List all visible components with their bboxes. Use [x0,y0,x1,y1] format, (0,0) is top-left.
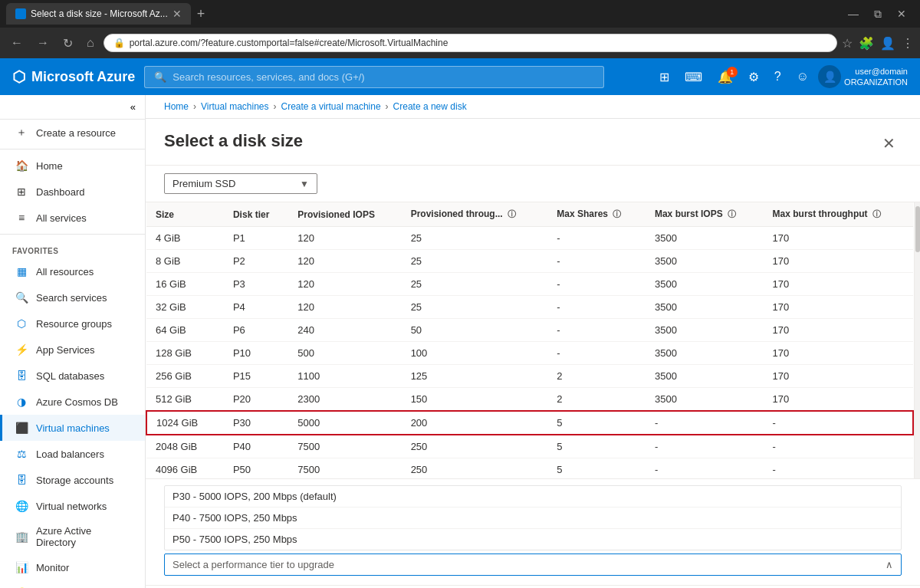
cell-tier: P10 [224,342,288,365]
breadcrumb-create-disk[interactable]: Create a new disk [393,101,467,112]
cell-burst-throughput: 170 [764,388,913,412]
sidebar-item-resource-groups[interactable]: ⬡ Resource groups [0,310,145,337]
bookmark-button[interactable]: ☆ [842,36,853,51]
sidebar-item-cosmos-db[interactable]: ◑ Azure Cosmos DB [0,389,145,415]
maximize-button[interactable]: ⧉ [866,5,889,24]
browser-tab[interactable]: Select a disk size - Microsoft Az... ✕ [6,3,191,25]
breadcrumb-virtual-machines[interactable]: Virtual machines [201,101,269,112]
table-row[interactable]: 64 GiB P6 240 50 - 3500 170 [146,319,913,342]
search-bar[interactable]: 🔍 [144,66,604,88]
sidebar-item-load-balancers[interactable]: ⚖ Load balancers [0,441,145,467]
sidebar-item-all-resources[interactable]: ▦ All resources [0,258,145,284]
table-row[interactable]: 1024 GiB P30 5000 200 5 - - [146,411,913,435]
sidebar-item-create-resource[interactable]: ＋ Create a resource [0,120,145,146]
breadcrumb-create-vm[interactable]: Create a virtual machine [281,101,381,112]
breadcrumb-home[interactable]: Home [164,101,189,112]
close-window-button[interactable]: ✕ [889,5,914,24]
sidebar-item-search-services[interactable]: 🔍 Search services [0,284,145,310]
sidebar-item-virtual-machines[interactable]: ⬛ Virtual machines [0,415,145,441]
address-bar[interactable]: 🔒 portal.azure.com/?feature.customportal… [104,34,837,52]
disk-type-dropdown[interactable]: Premium SSD ▼ [164,173,317,194]
sidebar-app-services-label: App Services [36,344,95,356]
notification-badge: 1 [727,67,738,77]
user-avatar[interactable]: 👤 [818,65,841,88]
sidebar-item-app-services[interactable]: ⚡ App Services [0,337,145,363]
col-shares-info-icon: ⓘ [613,209,621,218]
cell-burst-iops: 3500 [646,273,764,296]
minimize-button[interactable]: — [840,5,866,24]
cell-burst-throughput: 170 [764,296,913,319]
table-row[interactable]: 16 GiB P3 120 25 - 3500 170 [146,273,913,296]
sidebar-item-all-services[interactable]: ≡ All services [0,205,145,231]
filter-row: Premium SSD ▼ [146,166,920,202]
sidebar-item-monitor[interactable]: 📊 Monitor [0,554,145,580]
browser-controls: ← → ↻ ⌂ 🔒 portal.azure.com/?feature.cust… [0,28,920,58]
cell-burst-throughput: 170 [764,250,913,273]
notifications-button[interactable]: 🔔 1 [711,65,739,89]
disk-table: Size Disk tier Provisioned IOPS Provisio… [146,202,914,478]
sidebar-collapse-button[interactable]: « [0,95,145,120]
scroll-thumb[interactable] [915,206,920,252]
panel-header: Select a disk size ✕ [146,119,920,166]
cell-iops: 2300 [288,388,401,412]
help-button[interactable]: ? [768,65,787,88]
sql-databases-icon: 🗄 [15,369,28,383]
table-row[interactable]: 128 GiB P10 500 100 - 3500 170 [146,342,913,365]
cell-size: 8 GiB [146,250,224,273]
cell-throughput: 250 [402,458,548,479]
sidebar-item-advisor[interactable]: 💡 Advisor [0,580,145,588]
user-name: user@domain [844,66,908,77]
col-provisioned-throughput: Provisioned throug... ⓘ [402,202,548,227]
sidebar-item-sql-databases[interactable]: 🗄 SQL databases [0,363,145,389]
lock-icon: 🔒 [113,38,125,48]
refresh-button[interactable]: ↻ [58,33,77,54]
user-info: user@domain ORGANIZATION [844,66,908,88]
sidebar-item-virtual-networks[interactable]: 🌐 Virtual networks [0,493,145,519]
sidebar-item-azure-ad[interactable]: 🏢 Azure Active Directory [0,519,145,554]
cell-burst-throughput: - [764,435,913,458]
sidebar-item-dashboard[interactable]: ⊞ Dashboard [0,179,145,205]
table-row[interactable]: 256 GiB P15 1100 125 2 3500 170 [146,365,913,388]
home-button[interactable]: ⌂ [82,33,99,53]
table-row[interactable]: 4096 GiB P50 7500 250 5 - - [146,458,913,479]
perf-tier-option-3: P50 - 7500 IOPS, 250 Mbps [165,529,901,550]
table-container[interactable]: Size Disk tier Provisioned IOPS Provisio… [146,202,914,478]
sidebar-item-storage-accounts[interactable]: 🗄 Storage accounts [0,467,145,493]
cell-max-shares: - [547,296,646,319]
disk-table-body: 4 GiB P1 120 25 - 3500 170 8 GiB P2 120 … [146,227,913,479]
table-row[interactable]: 32 GiB P4 120 25 - 3500 170 [146,296,913,319]
cell-size: 4 GiB [146,227,224,250]
sidebar-item-home[interactable]: 🏠 Home [0,153,145,179]
cell-iops: 120 [288,227,401,250]
table-row[interactable]: 2048 GiB P40 7500 250 5 - - [146,435,913,458]
col-disk-tier: Disk tier [224,202,288,227]
back-button[interactable]: ← [6,33,28,53]
sidebar-monitor-label: Monitor [36,562,69,573]
perf-tier-option-1: P30 - 5000 IOPS, 200 Mbps (default) [165,486,901,508]
table-row[interactable]: 4 GiB P1 120 25 - 3500 170 [146,227,913,250]
sidebar-search-services-label: Search services [36,292,107,304]
new-tab-button[interactable]: + [197,6,205,22]
cell-throughput: 125 [402,365,548,388]
perf-tier-select[interactable]: Select a performance tier to upgrade ∧ [164,554,902,576]
table-row[interactable]: 512 GiB P20 2300 150 2 3500 170 [146,388,913,412]
portal-menu-button[interactable]: ⊞ [653,65,675,89]
cloud-shell-button[interactable]: ⌨ [678,65,708,89]
load-balancers-icon: ⚖ [15,447,28,461]
user-profile-button[interactable]: 👤 [880,36,895,51]
extensions-button[interactable]: 🧩 [859,36,874,51]
table-row[interactable]: 8 GiB P2 120 25 - 3500 170 [146,250,913,273]
panel-close-button[interactable]: ✕ [876,131,902,156]
cell-throughput: 150 [402,388,548,412]
collapse-icon: « [130,101,136,113]
settings-button[interactable]: ⚙ [742,65,765,89]
feedback-button[interactable]: ☺ [790,65,815,88]
more-options-button[interactable]: ⋮ [902,36,914,51]
url-text: portal.azure.com/?feature.customportal=f… [130,38,449,48]
cell-tier: P15 [224,365,288,388]
cell-max-shares: 2 [547,388,646,412]
search-input[interactable] [172,71,594,83]
cell-burst-throughput: 170 [764,227,913,250]
forward-button[interactable]: → [32,33,54,53]
tab-close-button[interactable]: ✕ [172,8,182,20]
